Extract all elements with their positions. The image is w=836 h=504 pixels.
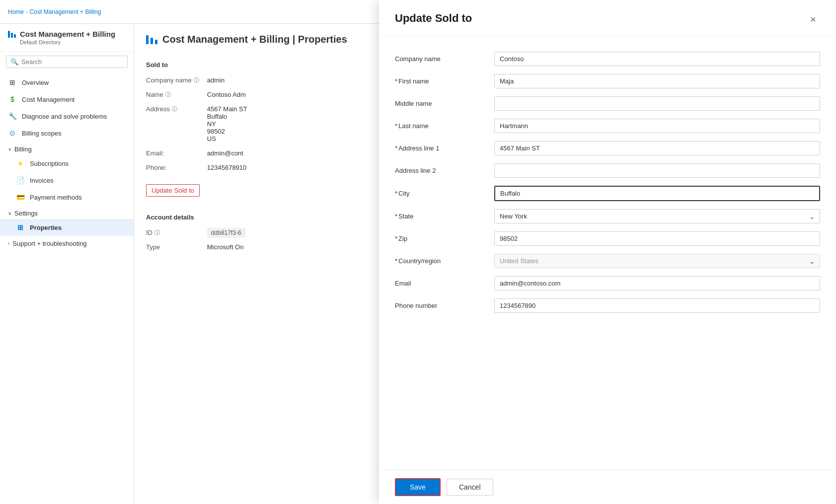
first-name-form-label: * First name [395,70,494,92]
form-grid: Company name * First name Middle name [395,48,820,317]
city-form-control [494,182,820,205]
company-name-label: Company name ⓘ [146,74,207,86]
phone-label: Phone: [146,162,207,173]
sidebar-item-invoices[interactable]: 📄 Invoices [0,172,134,189]
support-chevron: › [8,241,9,246]
panel-close-button[interactable]: × [806,24,820,27]
address2-input[interactable] [494,163,820,178]
address2-form-label: Address line 2 [395,159,494,182]
breadcrumb-home[interactable]: Home [8,8,24,15]
settings-chevron: ∨ [8,211,11,216]
support-section-toggle[interactable]: › Support + troubleshooting [0,236,134,249]
country-form-control: United States [494,250,820,272]
breadcrumb-current[interactable]: Cost Management + Billing [30,8,101,15]
sidebar-item-cost-management-label: Cost Management [22,96,75,103]
zip-input[interactable] [494,231,820,246]
address1-form-control [494,137,820,159]
app-icon [8,31,16,38]
address2-form-control [494,159,820,182]
state-form-control: New York California Texas [494,205,820,227]
update-sold-to-panel: Update Sold to × Company name * First na… [379,24,836,504]
middle-name-form-control [494,92,820,115]
state-select[interactable]: New York California Texas [494,209,820,223]
first-name-input[interactable] [494,74,820,88]
payment-methods-icon: 💳 [16,193,25,202]
last-name-form-control [494,115,820,137]
company-name-form-control [494,48,820,70]
middle-name-input[interactable] [494,96,820,111]
zip-form-control [494,227,820,250]
search-box-inner: 🔍 [6,56,128,68]
country-select-wrapper: United States [494,254,820,268]
sidebar-item-properties[interactable]: ⊞ Properties [0,219,134,236]
settings-section-toggle[interactable]: ∨ Settings [0,206,134,219]
breadcrumb: Home › Cost Management + Billing [8,8,101,15]
sidebar-item-invoices-label: Invoices [30,177,54,184]
sidebar-item-payment-methods-label: Payment methods [30,194,82,201]
sidebar-subtitle: Default Directory [20,39,126,45]
sidebar-item-diagnose[interactable]: 🔧 Diagnose and solve problems [0,108,134,125]
sidebar-item-properties-label: Properties [30,224,62,231]
overview-icon: ⊞ [8,78,17,87]
diagnose-icon: 🔧 [8,112,17,121]
search-input[interactable] [21,58,123,66]
phone-input[interactable] [494,298,820,313]
sidebar: Cost Management + Billing Default Direct… [0,24,134,504]
country-form-label: * Country/region [395,250,494,272]
save-button[interactable]: Save [395,478,441,496]
page-title: Cost Management + Billing | Properties [162,34,347,45]
sidebar-item-subscriptions-label: Subscriptions [30,160,69,167]
company-name-form-label: Company name [395,48,494,70]
sidebar-header: Cost Management + Billing Default Direct… [0,24,134,52]
state-select-wrapper: New York California Texas [494,209,820,223]
page-app-icon [146,35,157,44]
sidebar-item-cost-management[interactable]: $ Cost Management [0,91,134,108]
last-name-input[interactable] [494,119,820,133]
panel-body: Company name * First name Middle name [379,36,836,470]
app-title-text: Cost Management + Billing [20,30,115,38]
support-section-label: Support + troubleshooting [12,240,86,247]
email-input[interactable] [494,276,820,290]
phone-form-control [494,294,820,317]
sidebar-item-billing-scopes-label: Billing scopes [22,130,62,137]
name-info-icon: ⓘ [165,91,171,98]
email-label: Email: [146,147,207,159]
address1-input[interactable] [494,141,820,155]
sidebar-item-billing-scopes[interactable]: ⊙ Billing scopes [0,125,134,142]
invoices-icon: 📄 [16,176,25,185]
name-label: Name ⓘ [146,89,207,100]
panel-header: Update Sold to × [379,24,836,36]
address-label: Address ⓘ [146,103,207,144]
sidebar-item-overview[interactable]: ⊞ Overview [0,74,134,91]
type-label: Type [146,241,207,253]
city-form-label: * City [395,182,494,205]
first-name-form-control [494,70,820,92]
cost-management-icon: $ [8,95,17,104]
subscriptions-icon: ★ [16,159,25,168]
breadcrumb-sep: › [26,9,28,15]
sidebar-item-payment-methods[interactable]: 💳 Payment methods [0,189,134,206]
app-icon-bar3 [14,34,16,38]
search-box-container: 🔍 [0,52,134,72]
sidebar-item-subscriptions[interactable]: ★ Subscriptions [0,155,134,172]
panel-footer: Save Cancel [379,470,836,504]
properties-icon: ⊞ [16,223,25,232]
company-name-input[interactable] [494,52,820,66]
update-sold-to-button[interactable]: Update Sold to [146,184,200,197]
billing-section-toggle[interactable]: ∨ Billing [0,142,134,155]
billing-chevron: ∨ [8,146,11,152]
settings-section-label: Settings [14,210,38,217]
state-form-label: * State [395,205,494,227]
sidebar-item-diagnose-label: Diagnose and solve problems [22,113,107,120]
email-form-control [494,272,820,294]
sidebar-app-title: Cost Management + Billing [8,30,126,38]
last-name-form-label: * Last name [395,115,494,137]
city-input[interactable] [494,186,820,201]
search-icon: 🔍 [10,58,18,66]
address-info-icon: ⓘ [172,105,177,113]
sidebar-nav: ⊞ Overview $ Cost Management 🔧 Diagnose … [0,72,134,504]
cancel-button[interactable]: Cancel [447,479,493,496]
id-info-icon: ⓘ [154,229,160,236]
app-icon-bar2 [11,33,13,38]
sidebar-item-overview-label: Overview [22,79,49,86]
